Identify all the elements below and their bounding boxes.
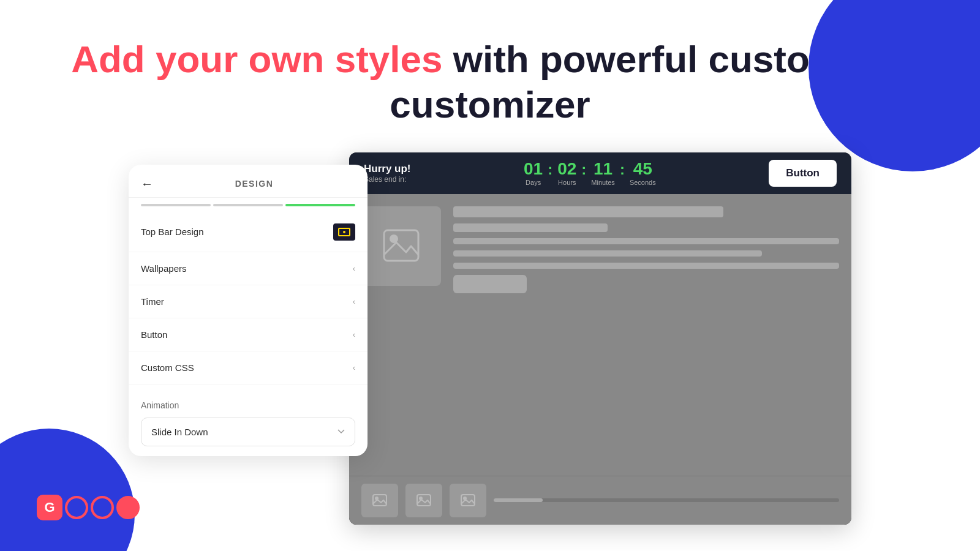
thumb-2 — [405, 484, 442, 517]
logo-circle-3 — [116, 496, 140, 519]
placeholder-desc-1 — [453, 238, 839, 244]
progress-segment-1 — [141, 204, 211, 206]
browser-footer — [349, 476, 851, 525]
hurry-main-text: Hurry up! — [364, 163, 411, 175]
countdown-hours: 02 Hours — [557, 160, 576, 186]
custom-css-label: Custom CSS — [141, 362, 194, 373]
thumb-3 — [450, 484, 486, 517]
title-line2: customizer — [390, 83, 590, 126]
browser-content — [349, 194, 851, 476]
placeholder-desc-2 — [453, 250, 762, 257]
svg-rect-6 — [461, 495, 475, 506]
progress-segment-3 — [285, 204, 355, 206]
button-chevron-icon: ‹ — [353, 330, 355, 339]
countdown-seconds: 45 Seconds — [630, 160, 656, 186]
panel-item-top-bar-design[interactable]: Top Bar Design — [129, 212, 368, 252]
seconds-value: 45 — [633, 160, 652, 178]
svg-rect-4 — [417, 495, 431, 506]
product-row — [361, 206, 839, 293]
placeholder-price — [453, 223, 608, 232]
browser-mockup: Hurry up! Sales end in: 01 Days : 02 Hou… — [349, 152, 851, 525]
hurry-text-block: Hurry up! Sales end in: — [364, 163, 411, 184]
timer-chevron-icon: ‹ — [353, 297, 355, 306]
cta-button[interactable]: Button — [769, 160, 837, 187]
panel-item-timer[interactable]: Timer ‹ — [129, 285, 368, 318]
animation-select[interactable]: Slide In Down Slide In Up Slide In Left … — [141, 418, 355, 446]
svg-rect-2 — [373, 495, 386, 506]
seconds-label: Seconds — [630, 179, 656, 186]
main-area: ← DESIGN Top Bar Design — [0, 152, 980, 525]
scrollbar-thumb[interactable] — [494, 498, 543, 502]
animation-section: Animation Slide In Down Slide In Up Slid… — [129, 391, 368, 456]
thumb-2-icon — [417, 494, 431, 506]
design-icon-inner — [338, 228, 350, 236]
sales-end-text: Sales end in: — [364, 175, 411, 184]
panel-item-button[interactable]: Button ‹ — [129, 318, 368, 351]
panel-item-wallpapers[interactable]: Wallpapers ‹ — [129, 252, 368, 285]
panel-item-custom-css[interactable]: Custom CSS ‹ — [129, 351, 368, 384]
sep-1: : — [548, 161, 552, 178]
page-content: Add your own styles with powerful custom… — [0, 0, 980, 551]
design-icon-dot — [343, 231, 345, 233]
thumb-1-icon — [372, 494, 387, 506]
countdown-days: 01 Days — [524, 160, 543, 186]
timer-label: Timer — [141, 296, 164, 307]
custom-css-chevron-icon: ‹ — [353, 363, 355, 372]
top-bar-design-icon — [333, 223, 355, 241]
countdown-top-bar: Hurry up! Sales end in: 01 Days : 02 Hou… — [349, 152, 851, 194]
wallpapers-label: Wallpapers — [141, 263, 186, 274]
placeholder-button — [453, 275, 527, 293]
content-details — [453, 206, 839, 293]
title-highlight: Add your own styles — [71, 38, 442, 80]
animation-section-label: Animation — [141, 400, 355, 410]
logo-circles — [65, 496, 140, 519]
placeholder-desc-3 — [453, 263, 839, 269]
logo-g-letter: G — [37, 495, 62, 520]
hours-label: Hours — [558, 179, 576, 186]
progress-segment-2 — [213, 204, 283, 206]
panel-title: DESIGN — [165, 179, 355, 189]
panel-items-list: Top Bar Design Wallpapers ‹ — [129, 206, 368, 391]
scrollbar-track — [494, 498, 839, 502]
logo-circle-2 — [91, 496, 114, 519]
sep-2: : — [581, 161, 586, 178]
logo: G — [37, 495, 140, 520]
thumb-3-icon — [461, 494, 475, 506]
design-panel: ← DESIGN Top Bar Design — [129, 165, 368, 456]
sep-3: : — [620, 161, 625, 178]
back-button[interactable]: ← — [141, 177, 153, 191]
placeholder-title — [453, 206, 723, 217]
minutes-label: Minutes — [591, 179, 615, 186]
thumb-1 — [361, 484, 398, 517]
product-image-placeholder — [361, 206, 441, 286]
countdown-minutes: 11 Minutes — [591, 160, 615, 186]
logo-circle-1 — [65, 496, 88, 519]
top-bar-design-right — [333, 223, 355, 241]
minutes-value: 11 — [594, 160, 612, 178]
days-label: Days — [526, 179, 541, 186]
wallpapers-chevron-icon: ‹ — [353, 264, 355, 273]
top-bar-design-label: Top Bar Design — [141, 227, 204, 237]
progress-bar — [129, 198, 368, 206]
image-placeholder-icon — [383, 229, 420, 263]
button-label: Button — [141, 329, 167, 340]
countdown-timer: 01 Days : 02 Hours : 11 Minutes : — [524, 160, 656, 186]
svg-rect-0 — [384, 230, 418, 261]
hours-value: 02 — [557, 160, 576, 178]
panel-header: ← DESIGN — [129, 165, 368, 198]
days-value: 01 — [524, 160, 543, 178]
